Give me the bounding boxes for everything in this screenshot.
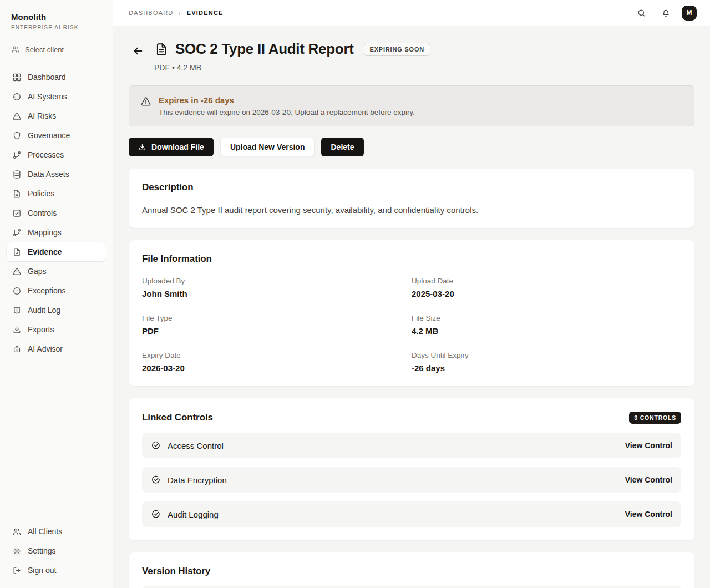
sidebar-nav: Dashboard AI Systems AI Risks Governance… [0,62,113,515]
page-content: SOC 2 Type II Audit Report EXPIRING SOON… [113,26,710,588]
control-row-access-control: Access Control View Control [142,433,681,458]
sidebar: Monolith ENTERPRISE AI RISK Select clien… [0,0,113,588]
field-file-size: File Size 4.2 MB [412,314,681,336]
upload-new-version-button[interactable]: Upload New Version [220,138,315,156]
select-client-label: Select client [25,45,64,54]
sidebar-item-dashboard[interactable]: Dashboard [7,68,106,87]
sidebar-item-label: Sign out [28,566,56,575]
field-value: 2025-03-20 [412,289,681,298]
sidebar-item-label: Data Assets [28,170,69,179]
control-row-audit-logging: Audit Logging View Control [142,501,681,527]
sidebar-item-label: Dashboard [28,73,66,82]
sidebar-item-data-assets[interactable]: Data Assets [7,165,106,184]
back-arrow-icon[interactable] [132,45,144,57]
avatar[interactable]: M [682,6,697,21]
breadcrumb-dashboard[interactable]: DASHBOARD [129,9,173,16]
sidebar-item-ai-systems[interactable]: AI Systems [7,87,106,106]
sidebar-item-label: AI Risks [28,111,56,120]
sidebar-item-sign-out[interactable]: Sign out [7,561,106,580]
topbar: DASHBOARD / EVIDENCE M [113,0,710,26]
field-upload-date: Upload Date 2025-03-20 [412,277,681,298]
field-value: 2026-03-20 [142,363,412,373]
database-icon [12,170,22,179]
field-days-until-expiry: Days Until Expiry -26 days [412,351,681,373]
description-text: Annual SOC 2 Type II audit report coveri… [142,205,681,215]
description-card: Description Annual SOC 2 Type II audit r… [129,169,694,228]
banner-message: This evidence will expire on 2026-03-20.… [159,108,415,116]
search-icon[interactable] [633,4,650,21]
topbar-actions: M [633,4,697,21]
sidebar-item-governance[interactable]: Governance [7,126,106,145]
sidebar-item-label: Processes [28,150,64,159]
sidebar-item-evidence[interactable]: Evidence [7,242,106,261]
file-information-card: File Information Uploaded By John Smith … [129,240,694,386]
download-file-button[interactable]: Download File [129,138,214,156]
page-header: SOC 2 Type II Audit Report EXPIRING SOON… [129,40,694,72]
warning-triangle-icon [12,267,22,276]
main-area: DASHBOARD / EVIDENCE M [113,0,710,588]
check-circle-icon [151,509,161,519]
version-history-row [142,586,681,588]
sidebar-item-label: Gaps [28,267,46,276]
view-control-link[interactable]: View Control [625,510,672,519]
delete-button[interactable]: Delete [321,138,363,156]
download-file-label: Download File [151,143,204,151]
sidebar-footer: All Clients Settings Sign out [0,515,113,588]
sidebar-item-policies[interactable]: Policies [7,184,106,203]
file-check-icon [12,247,22,257]
sidebar-item-exports[interactable]: Exports [7,320,106,339]
sidebar-item-ai-advisor[interactable]: AI Advisor [7,339,106,358]
sidebar-item-mappings[interactable]: Mappings [7,223,106,242]
alert-circle-icon [12,286,22,296]
sidebar-item-exceptions[interactable]: Exceptions [7,281,106,300]
file-information-heading: File Information [142,254,681,265]
sidebar-item-gaps[interactable]: Gaps [7,262,106,281]
ai-systems-icon [12,92,22,102]
users-icon [12,527,22,536]
sidebar-item-label: Exceptions [28,286,65,295]
view-control-link[interactable]: View Control [625,441,672,450]
linked-controls-card: Linked Controls 3 CONTROLS Access Contro… [129,398,694,540]
bot-icon [12,344,22,354]
field-value: -26 days [412,363,681,373]
sidebar-item-label: AI Advisor [28,344,63,353]
file-information-grid: Uploaded By John Smith Upload Date 2025-… [142,277,681,373]
sidebar-item-label: All Clients [28,527,62,536]
sidebar-item-all-clients[interactable]: All Clients [7,522,106,541]
download-icon [12,325,22,334]
gear-icon [12,546,22,556]
book-open-icon [12,306,22,315]
field-value: John Smith [142,289,412,298]
field-label: Upload Date [412,277,681,285]
breadcrumb-evidence: EVIDENCE [187,9,224,16]
sidebar-item-label: Audit Log [28,306,60,315]
sidebar-item-processes[interactable]: Processes [7,145,106,164]
sidebar-item-label: Governance [28,131,70,140]
linked-controls-heading: Linked Controls [142,412,213,423]
field-label: File Type [142,314,412,322]
shield-icon [12,131,22,140]
controls-count-badge: 3 CONTROLS [629,412,681,424]
sidebar-item-label: AI Systems [28,92,67,101]
page-title: SOC 2 Type II Audit Report [175,40,354,58]
sidebar-item-label: Evidence [28,247,62,256]
git-merge-icon [12,228,22,237]
breadcrumb: DASHBOARD / EVIDENCE [129,9,224,16]
sidebar-item-ai-risks[interactable]: AI Risks [7,107,106,125]
field-label: Uploaded By [142,277,412,285]
select-client-button[interactable]: Select client [11,45,102,54]
version-history-card: Version History [129,552,694,588]
log-out-icon [12,566,22,575]
sidebar-header: Monolith ENTERPRISE AI RISK Select clien… [0,0,113,62]
control-name: Data Encryption [168,475,227,485]
sidebar-item-audit-log[interactable]: Audit Log [7,301,106,320]
document-icon [154,42,169,57]
check-square-icon [12,209,22,218]
view-control-link[interactable]: View Control [625,475,672,484]
sidebar-item-controls[interactable]: Controls [7,204,106,222]
action-buttons: Download File Upload New Version Delete [129,138,694,156]
bell-icon[interactable] [657,4,674,21]
warning-triangle-icon [140,95,151,107]
field-file-type: File Type PDF [142,314,412,336]
sidebar-item-settings[interactable]: Settings [7,541,106,560]
